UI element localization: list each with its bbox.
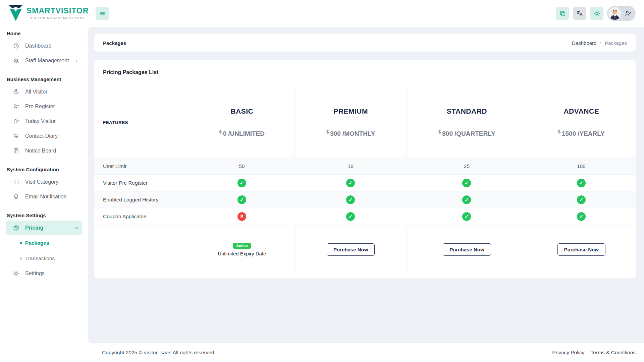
check-icon: ✓ [462, 179, 471, 187]
terms-conditions-link[interactable]: Terms & Conditions [591, 350, 636, 356]
pricing-card-title: Pricing Packages List [94, 60, 636, 87]
section-label-system-settings: System Settings [0, 204, 88, 221]
person-plus-icon [13, 103, 19, 110]
topbar-actions [556, 6, 636, 21]
sidebar-item-pre-register[interactable]: Pre Register [6, 99, 82, 114]
feature-label: Enabled Logged History [103, 197, 158, 203]
user-photo [608, 7, 621, 20]
price-period: /YEARLY [578, 130, 605, 137]
package-name: ADVANCE [564, 107, 599, 115]
sidebar-item-label: Email Notification [25, 194, 67, 200]
purchase-now-button-premium[interactable]: Purchase Now [327, 243, 375, 256]
person-check-icon [13, 118, 19, 125]
action-cell-basic: Active Unlimited Expiry Date [189, 225, 294, 274]
sidebar-subitem-packages[interactable]: Packages [0, 235, 88, 251]
main-content: Packages Dashboard › Packages Pricing Pa… [88, 27, 644, 343]
package-price: $300/MONTHLY [326, 130, 375, 137]
sidebar-item-label: Contact Diary [25, 133, 58, 139]
package-header-advance: ADVANCE $1500/YEARLY [527, 87, 636, 158]
subitem-label: Transactions [25, 255, 55, 261]
price-period: /MONTHLY [342, 130, 375, 137]
check-icon: ✓ [577, 195, 586, 204]
price-period: /UNLIMITED [228, 130, 265, 137]
translate-button[interactable] [573, 7, 586, 20]
sidebar-item-notice-board[interactable]: Notice Board [6, 143, 82, 158]
sidebar-subitem-transactions[interactable]: Transactions [0, 251, 88, 266]
footer: Copyright 2025 © visitor_saas All rights… [88, 343, 644, 362]
package-name: BASIC [230, 107, 253, 115]
copyright-text: Copyright 2025 © visitor_saas All rights… [102, 350, 216, 356]
features-header-cell: FEATURES [94, 87, 189, 158]
privacy-policy-link[interactable]: Privacy Policy [552, 350, 584, 356]
sidebar: SMARTVISITOR VISITOR MANAGEMENT TOOL Hom… [0, 0, 88, 362]
gauge-icon [13, 43, 19, 49]
purchase-now-button-standard[interactable]: Purchase Now [443, 243, 491, 256]
check-icon: ✓ [346, 179, 355, 187]
chevron-down-icon [74, 226, 79, 231]
sidebar-item-pricing[interactable]: Pricing [6, 221, 82, 235]
package-name: PREMIUM [333, 107, 368, 115]
check-icon: ✓ [237, 179, 246, 187]
price-amount: 800 [442, 130, 453, 137]
sidebar-item-label: Dashboard [25, 43, 51, 49]
table-row-coupon-applicable: Coupon Applicable × ✓ ✓ ✓ [94, 208, 636, 225]
package-header-premium: PREMIUM $300/MONTHLY [294, 87, 407, 158]
sidebar-item-staff-management[interactable]: Staff Management [6, 53, 82, 68]
check-icon: ✓ [346, 195, 355, 204]
package-price: $0/UNLIMITED [219, 130, 265, 137]
feature-label: User Limit [103, 163, 126, 169]
sidebar-item-email-notification[interactable]: Email Notification [6, 189, 82, 204]
footer-links: Privacy Policy Terms & Conditions [552, 350, 636, 356]
features-header-label: FEATURES [103, 120, 128, 125]
users-icon [13, 57, 19, 64]
cell-value: 25 [464, 163, 470, 169]
currency-symbol: $ [558, 129, 560, 134]
cell-value: 100 [577, 163, 586, 169]
sidebar-item-settings[interactable]: Settings [6, 266, 82, 281]
package-header-standard: STANDARD $800/QUARTERLY [407, 87, 527, 158]
package-icon [13, 225, 19, 231]
table-row-user-limit: User Limit 50 10 25 100 [94, 158, 636, 174]
action-cell-standard: Purchase Now [407, 225, 527, 274]
table-row-visitor-pre-register: Visitor Pre Register ✓ ✓ ✓ ✓ [94, 174, 636, 191]
avatar [608, 7, 621, 20]
package-price: $1500/YEARLY [558, 130, 605, 137]
price-amount: 300 [330, 130, 341, 137]
currency-symbol: $ [219, 129, 222, 134]
currency-symbol: $ [438, 129, 441, 134]
menu-icon [99, 10, 106, 17]
sidebar-item-all-visitor[interactable]: All Visitor [6, 84, 82, 99]
sidebar-item-today-visitor[interactable]: Today Visitor [6, 114, 82, 129]
price-amount: 1500 [562, 130, 576, 137]
purchase-now-button-advance[interactable]: Purchase Now [557, 243, 605, 256]
breadcrumb-dashboard[interactable]: Dashboard [572, 40, 596, 46]
pricing-submenu: Packages Transactions [0, 235, 88, 266]
settings-button[interactable] [590, 7, 603, 20]
topbar [88, 0, 644, 27]
expiry-note: Unlimited Expiry Date [218, 251, 266, 256]
translate-icon [576, 10, 583, 17]
action-cell-empty [94, 225, 189, 274]
sidebar-item-label: Settings [25, 270, 45, 277]
profile-menu-button[interactable] [607, 6, 636, 21]
copy-icon [13, 179, 19, 185]
menu-toggle-button[interactable] [96, 7, 109, 20]
notice-board-icon [13, 147, 19, 154]
check-icon: ✓ [462, 212, 471, 221]
check-icon: ✓ [462, 195, 471, 204]
package-name: STANDARD [447, 107, 487, 115]
cell-value: 50 [239, 163, 245, 169]
price-period: /QUARTERLY [454, 130, 495, 137]
sidebar-item-visit-category[interactable]: Visit Category [6, 175, 82, 189]
copy-button[interactable] [556, 7, 569, 20]
sidebar-item-dashboard[interactable]: Dashboard [6, 39, 82, 53]
sidebar-item-contact-diary[interactable]: Contact Diary [6, 129, 82, 143]
section-label-business-management: Business Management [0, 68, 88, 84]
brand-logo[interactable]: SMARTVISITOR VISITOR MANAGEMENT TOOL [0, 0, 88, 22]
gear-icon [13, 270, 19, 277]
pricing-table-actions: Active Unlimited Expiry Date Purchase No… [94, 225, 636, 274]
sidebar-item-label: Pricing [25, 225, 43, 231]
section-label-home: Home [0, 22, 88, 39]
brand-logo-icon [8, 4, 23, 22]
feature-label: Coupon Applicable [103, 214, 146, 220]
